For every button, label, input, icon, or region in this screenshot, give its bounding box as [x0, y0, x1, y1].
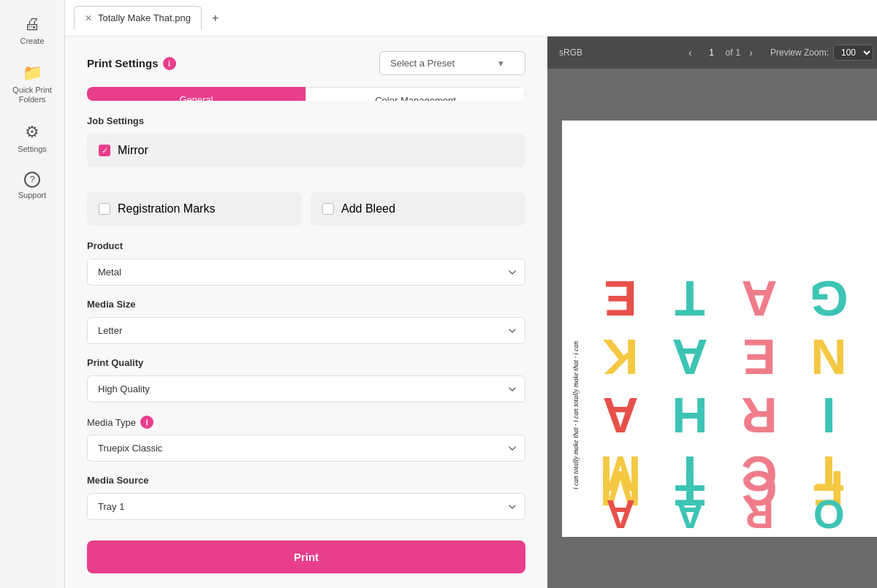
preview-canvas: i can totally make that · i can totally … — [547, 69, 877, 588]
preview-image: i can totally make that · i can totally … — [562, 121, 877, 537]
sidebar-item-support[interactable]: ? Support — [0, 164, 64, 207]
svg-text:A: A — [602, 388, 638, 443]
create-icon: 🖨 — [24, 15, 40, 34]
chevron-down-icon: ▾ — [498, 58, 504, 69]
print-settings-title: Print Settings i — [87, 57, 176, 70]
svg-text:R: R — [745, 492, 774, 537]
sidebar-item-label: Settings — [18, 145, 47, 154]
svg-text:O: O — [813, 492, 845, 537]
main-area: ✕ Totally Make That.png + Print Settings… — [65, 0, 877, 588]
media-size-label: Media Size — [87, 299, 525, 310]
page-of-label: of — [726, 47, 733, 58]
svg-text:N: N — [810, 329, 846, 385]
preview-nav: ‹ of 1 › Preview Zoom: 100 75 50 150 200 — [684, 45, 877, 61]
media-type-info-icon[interactable]: i — [140, 416, 153, 429]
right-panel: sRGB ‹ of 1 › Preview Zoom: 100 75 50 15… — [547, 37, 877, 588]
section-tabs: General Color Management — [87, 87, 525, 101]
product-field-group: Product Metal Paper Canvas Vinyl — [87, 240, 525, 286]
media-size-select[interactable]: Letter A4 Legal — [87, 317, 525, 344]
tab-bar: ✕ Totally Make That.png + — [65, 0, 877, 37]
print-settings-label: Print Settings — [87, 57, 159, 69]
media-type-select[interactable]: Truepix Classic Glossy Matte — [87, 435, 525, 462]
quick-print-icon: 📁 — [23, 64, 42, 83]
sidebar-item-create[interactable]: 🖨 Create — [0, 7, 64, 53]
tab-add-button[interactable]: + — [205, 7, 226, 29]
preview-toolbar: sRGB ‹ of 1 › Preview Zoom: 100 75 50 15… — [547, 37, 877, 69]
job-settings-title: Job Settings — [87, 115, 525, 126]
preset-dropdown[interactable]: Select a Preset ▾ — [379, 51, 525, 75]
svg-text:A: A — [741, 271, 777, 327]
svg-text:G: G — [810, 271, 848, 327]
print-quality-label: Print Quality — [87, 357, 525, 368]
mirror-option-box: Mirror — [87, 134, 525, 167]
media-type-field-group: Media Type i Truepix Classic Glossy Matt… — [87, 416, 525, 462]
svg-text:E: E — [743, 329, 775, 385]
preview-paper: i can totally make that · i can totally … — [562, 121, 877, 537]
registration-marks-checkbox[interactable] — [99, 203, 110, 215]
zoom-select[interactable]: 100 75 50 150 200 — [833, 45, 873, 61]
product-label: Product — [87, 240, 525, 251]
media-source-label: Media Source — [87, 475, 525, 486]
svg-text:i can totally make that · i ca: i can totally make that · i can totally … — [572, 340, 580, 489]
left-panel: Print Settings i Select a Preset ▾ Gener… — [65, 37, 547, 588]
svg-text:A: A — [675, 492, 705, 537]
page-indicator: of 1 — [701, 47, 741, 58]
print-quality-select[interactable]: High Quality Standard Draft — [87, 375, 525, 402]
svg-text:A: A — [606, 492, 635, 537]
svg-text:K: K — [602, 329, 638, 385]
job-settings-group: Job Settings Mirror — [87, 115, 525, 179]
sidebar-item-quick-print[interactable]: 📁 Quick Print Folders — [0, 56, 64, 112]
sidebar-item-label: Create — [20, 37, 44, 46]
sidebar-item-settings[interactable]: ⚙ Settings — [0, 115, 64, 161]
tab-totally-make-that[interactable]: ✕ Totally Make That.png — [74, 6, 202, 30]
content-split: Print Settings i Select a Preset ▾ Gener… — [65, 37, 877, 588]
mirror-label: Mirror — [118, 144, 148, 157]
media-size-field-group: Media Size Letter A4 Legal — [87, 299, 525, 344]
tab-general[interactable]: General — [87, 87, 305, 101]
settings-icon: ⚙ — [25, 123, 39, 142]
media-type-label-row: Media Type i — [87, 416, 525, 429]
media-type-label: Media Type — [87, 417, 136, 428]
product-select[interactable]: Metal Paper Canvas Vinyl — [87, 259, 525, 286]
support-icon: ? — [24, 172, 40, 188]
svg-text:T: T — [675, 271, 705, 327]
svg-text:H: H — [672, 388, 707, 443]
tab-color-management[interactable]: Color Management — [305, 87, 525, 101]
svg-text:R: R — [741, 388, 777, 443]
next-page-button[interactable]: › — [745, 45, 757, 60]
mirror-checkbox[interactable] — [99, 145, 110, 156]
svg-text:A: A — [672, 329, 707, 385]
print-button[interactable]: Print — [87, 541, 525, 573]
tab-title: Totally Make That.png — [98, 12, 191, 23]
add-bleed-box: Add Bleed — [311, 192, 525, 226]
prev-page-button[interactable]: ‹ — [684, 45, 696, 60]
print-settings-header: Print Settings i Select a Preset ▾ — [87, 51, 525, 75]
options-row: Registration Marks Add Bleed — [87, 192, 525, 226]
sidebar-item-label: Quick Print Folders — [6, 85, 58, 104]
preset-label: Select a Preset — [390, 58, 455, 69]
page-total: 1 — [736, 47, 741, 58]
zoom-label: Preview Zoom: — [770, 47, 829, 58]
add-bleed-checkbox[interactable] — [322, 203, 334, 215]
svg-text:E: E — [604, 271, 637, 327]
svg-text:I: I — [822, 388, 836, 443]
color-space-label: sRGB — [559, 47, 582, 58]
registration-marks-box: Registration Marks — [87, 192, 302, 226]
media-source-select[interactable]: Tray 1 Tray 2 Manual Feed — [87, 493, 525, 520]
tab-close-icon[interactable]: ✕ — [85, 13, 92, 23]
registration-marks-label: Registration Marks — [118, 202, 215, 215]
print-quality-field-group: Print Quality High Quality Standard Draf… — [87, 357, 525, 402]
print-settings-info-icon[interactable]: i — [163, 57, 176, 70]
media-source-field-group: Media Source Tray 1 Tray 2 Manual Feed — [87, 475, 525, 520]
add-bleed-label: Add Bleed — [341, 202, 395, 215]
page-number-input[interactable] — [701, 47, 723, 58]
sidebar-item-label: Support — [18, 191, 47, 200]
sidebar: 🖨 Create 📁 Quick Print Folders ⚙ Setting… — [0, 0, 65, 588]
